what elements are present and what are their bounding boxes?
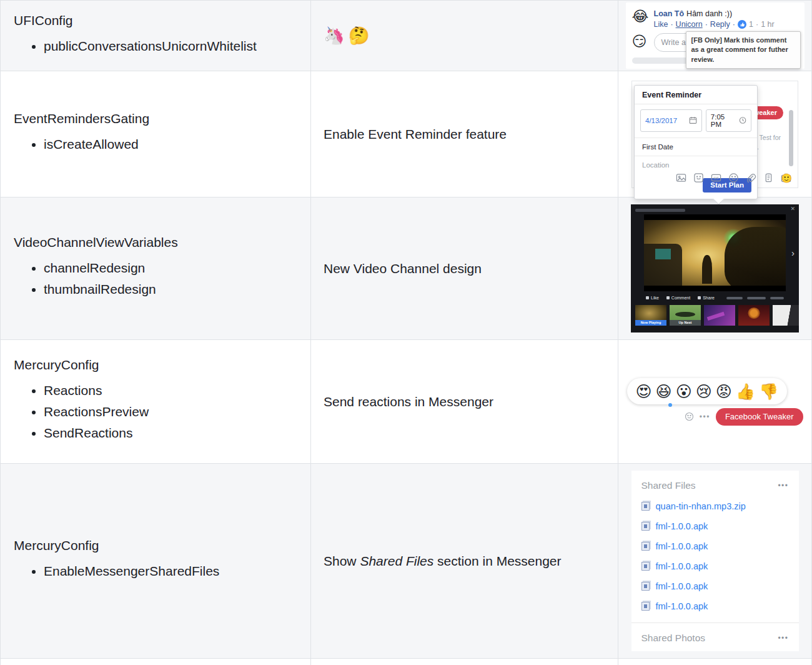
like-button[interactable]: Like [646, 296, 659, 300]
time-input[interactable]: 7:05 PM [706, 109, 751, 132]
like-count-badge-icon [738, 20, 746, 29]
facebook-comment-screenshot: 😂 Loan TôHâm danh :)) Like · Unicorn · R… [626, 2, 805, 69]
comment-author[interactable]: Loan Tô [654, 9, 685, 18]
bullet-item: channelRedesign [44, 259, 298, 276]
angry-reaction[interactable]: 😡 [716, 382, 732, 400]
file-row[interactable]: fml-1.0.0.apk [641, 581, 789, 591]
svg-text:GIF: GIF [713, 176, 719, 179]
file-link: quan-tin-nhan.mp3.zip [656, 501, 746, 511]
emoji-icon[interactable] [728, 172, 739, 183]
time-value: 7:05 PM [711, 113, 736, 128]
description-emojis: 🦄🤔 [324, 26, 373, 46]
file-row[interactable]: fml-1.0.0.apk [641, 521, 789, 531]
scrollbar[interactable] [789, 110, 793, 166]
more-options-icon[interactable]: ••• [778, 481, 788, 490]
popup-title: Event Reminder [635, 86, 757, 104]
file-icon [641, 502, 650, 511]
facebook-tweaker-badge: Facebook Tweaker [716, 408, 803, 426]
screenshot-cell: ✕ › Like Comment Share [618, 198, 811, 339]
comment-icon [666, 296, 670, 299]
selection-dot [668, 403, 672, 407]
reaction-picker: 😍 😆 😮 😢 😡 👍 👎 [627, 378, 788, 404]
close-icon[interactable]: ✕ [790, 206, 795, 212]
location-input[interactable]: Location [635, 156, 757, 174]
file-row[interactable]: quan-tin-nhan.mp3.zip [641, 501, 789, 511]
table-row-partial [1, 659, 811, 665]
video-thumbnail[interactable]: Now Playing [635, 305, 666, 326]
config-params: Reactions ReactionsPreview SendReactions [14, 378, 298, 446]
video-thumbnail[interactable]: Up Next [670, 305, 701, 326]
video-thumbnail-rail: Now Playing Up Next [635, 305, 799, 326]
description-cell: New Video Channel design [310, 198, 618, 339]
unicorn-link[interactable]: Unicorn [676, 20, 703, 29]
sad-reaction[interactable]: 😢 [696, 382, 712, 400]
next-chevron-icon[interactable]: › [791, 248, 795, 258]
reply-link[interactable]: Reply [710, 20, 730, 29]
file-link: fml-1.0.0.apk [656, 521, 708, 531]
date-input[interactable]: 4/13/2017 [640, 109, 702, 132]
smiley-icon[interactable] [685, 412, 694, 421]
config-name: EventRemindersGating [14, 111, 298, 126]
more-options-icon[interactable]: ••• [700, 412, 710, 421]
photo-icon[interactable] [676, 172, 686, 183]
wow-reaction[interactable]: 😮 [676, 382, 692, 400]
description-cell: 🦄🤔 [310, 1, 618, 71]
event-name: First Date [635, 138, 757, 156]
video-stats [726, 297, 784, 299]
share-button[interactable]: Share [698, 296, 715, 300]
file-row[interactable]: fml-1.0.0.apk [641, 561, 789, 571]
emoji-picker-icon[interactable]: 🙂 [781, 173, 792, 183]
video-player[interactable] [644, 214, 786, 291]
sticker-icon[interactable] [693, 172, 704, 183]
video-scene [644, 220, 786, 286]
video-thumbnail[interactable] [773, 305, 799, 326]
file-icon [641, 602, 650, 611]
screenshot-cell: 😍 😆 😮 😢 😡 👍 👎 ••• Facebook Tweaker [618, 340, 811, 463]
config-params: publicConversationsUnicornWhitelist [14, 33, 298, 59]
thumbs-up-reaction[interactable]: 👍 [736, 382, 755, 400]
bullet-item: thumbnailRedesign [44, 281, 298, 298]
config-cell: MercuryConfig Reactions ReactionsPreview… [1, 340, 310, 463]
clock-icon [739, 116, 746, 124]
video-thumbnail[interactable] [704, 305, 735, 326]
file-link: fml-1.0.0.apk [656, 541, 708, 551]
thumbs-down-reaction[interactable]: 👎 [759, 382, 778, 400]
file-row[interactable]: fml-1.0.0.apk [641, 601, 789, 611]
screenshot-cell: Shared Files ••• quan-tin-nhan.mp3.zip f… [618, 464, 811, 658]
up-next-label: Up Next [670, 320, 701, 326]
composer-toolbar: GIF [676, 172, 791, 183]
like-link[interactable]: Like [654, 20, 668, 29]
thinking-emoji: 🤔 [349, 26, 374, 45]
config-name: MercuryConfig [14, 538, 298, 553]
like-icon [646, 296, 649, 299]
shared-files-screenshot: Shared Files ••• quan-tin-nhan.mp3.zip f… [631, 471, 799, 651]
config-cell: VideoChannelViewVariables channelRedesig… [1, 198, 310, 339]
avatar: 😂 [632, 8, 649, 29]
gif-icon[interactable]: GIF [711, 172, 721, 183]
video-thumbnail[interactable] [738, 305, 770, 326]
laughing-reaction[interactable]: 😆 [656, 382, 672, 400]
comment-button[interactable]: Comment [666, 296, 690, 300]
file-link: fml-1.0.0.apk [656, 581, 708, 591]
file-link: fml-1.0.0.apk [656, 601, 708, 611]
calendar-icon [689, 116, 697, 124]
description-cell: Show Shared Files section in Messenger [310, 464, 618, 658]
event-reminder-screenshot: k Tweaker er Test for M. Event Reminder … [631, 81, 798, 188]
bullet-item: publicConversationsUnicornWhitelist [44, 38, 298, 54]
like-count: 1 [749, 20, 753, 29]
paperclip-icon[interactable] [746, 172, 756, 183]
config-params: channelRedesign thumbnailRedesign [14, 255, 298, 302]
comment-time[interactable]: 1 hr [761, 20, 775, 29]
heart-eyes-reaction[interactable]: 😍 [636, 382, 652, 400]
comment-actions: Like · Unicorn · Reply · 1 · 1 hr [654, 20, 798, 29]
fb-only-tooltip: [FB Only] Mark this comment as a great c… [686, 31, 801, 69]
bullet-item: SendReactions [44, 424, 298, 441]
file-list: quan-tin-nhan.mp3.zip fml-1.0.0.apk fml-… [641, 501, 789, 611]
plan-icon[interactable] [763, 172, 774, 183]
description-text: Show Shared Files section in Messenger [324, 554, 562, 569]
separator: · [756, 20, 758, 29]
file-row[interactable]: fml-1.0.0.apk [641, 541, 789, 551]
more-options-icon[interactable]: ••• [778, 634, 788, 642]
table-row: UFIConfig publicConversationsUnicornWhit… [1, 1, 811, 71]
description-text: Send reactions in Messenger [324, 394, 493, 409]
